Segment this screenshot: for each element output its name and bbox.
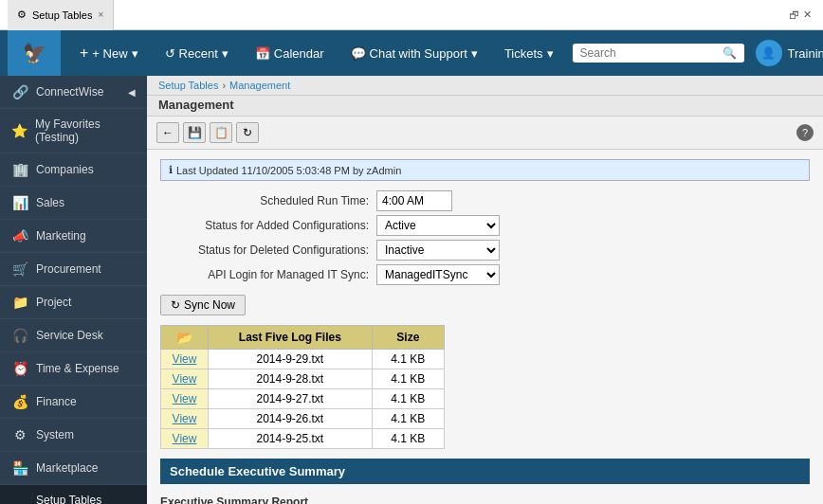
breadcrumb-root[interactable]: Setup Tables [158, 80, 218, 91]
info-banner: ℹ Last Updated 11/10/2005 5:03:48 PM by … [160, 159, 810, 181]
window-restore-icon[interactable]: 🗗 [789, 9, 799, 21]
window-close-icon[interactable]: ✕ [803, 9, 812, 21]
sidebar-item-project[interactable]: 📁 Project [0, 286, 147, 319]
sidebar-item-time-expense[interactable]: ⏰ Time & Expense [0, 352, 147, 386]
training-button[interactable]: 👤 Training ▾ [756, 40, 823, 66]
sidebar-item-system[interactable]: ⚙ System [0, 419, 147, 452]
sidebar-label-marketing: Marketing [36, 229, 86, 243]
status-deleted-label: Status for Deleted Configurations: [160, 243, 369, 257]
time-expense-icon: ⏰ [11, 361, 28, 376]
log-folder-icon: 📂 [161, 326, 209, 350]
status-added-label: Status for Added Configurations: [160, 219, 369, 232]
scheduled-run-time-input[interactable] [376, 190, 452, 211]
sync-icon: ↻ [171, 298, 180, 312]
sidebar-item-setup-tables[interactable]: Setup Tables [0, 485, 147, 504]
log-link-cell[interactable]: View [161, 429, 209, 449]
form-fields: Scheduled Run Time: Status for Added Con… [160, 190, 810, 285]
log-file-cell: 2014-9-25.txt [209, 429, 373, 449]
sidebar-label-marketplace: Marketplace [36, 461, 98, 475]
status-added-select[interactable]: Active Inactive [376, 215, 500, 236]
status-deleted-select[interactable]: Inactive Active [376, 240, 500, 261]
sidebar-label-procurement: Procurement [36, 262, 101, 276]
sidebar-item-procurement[interactable]: 🛒 Procurement [0, 253, 147, 286]
recent-icon: ↺ [165, 46, 175, 61]
chat-support-button[interactable]: 💬 Chat with Support ▾ [343, 43, 485, 64]
calendar-icon: 📅 [255, 46, 270, 61]
api-login-select[interactable]: ManagedITSync [376, 264, 500, 285]
log-file-cell: 2014-9-29.txt [209, 350, 373, 369]
close-tab-button[interactable]: × [98, 9, 103, 20]
logo-icon: 🦅 [23, 42, 46, 64]
companies-icon: 🏢 [11, 162, 28, 177]
info-icon: ℹ [169, 164, 173, 176]
sidebar-item-favorites[interactable]: ⭐ My Favorites (Testing) [0, 109, 147, 153]
sidebar-label-project: Project [36, 296, 71, 309]
log-table-row: View 2014-9-25.txt 4.1 KB [161, 429, 445, 449]
calendar-button[interactable]: 📅 Calendar [247, 43, 332, 64]
sidebar-label-favorites: My Favorites (Testing) [35, 117, 136, 144]
sidebar-label-sales: Sales [36, 196, 64, 209]
sidebar-item-sales[interactable]: 📊 Sales [0, 187, 147, 220]
chat-label: Chat with Support [370, 46, 467, 61]
sidebar-item-companies[interactable]: 🏢 Companies [0, 153, 147, 187]
tickets-button[interactable]: Tickets ▾ [497, 43, 561, 64]
new-label: + New [92, 46, 127, 61]
sidebar-label-connectwise: ConnectWise [36, 85, 103, 99]
main-content: Setup Tables › Management Management ← 💾… [147, 76, 823, 504]
new-button[interactable]: + + New ▾ [72, 41, 146, 65]
toolbar: ← 💾 📋 ↻ ? [147, 117, 823, 150]
schedule-section-header: Schedule Executive Summary [160, 459, 810, 484]
logo: 🦅 [8, 30, 61, 76]
scheduled-run-time-label: Scheduled Run Time: [160, 194, 369, 207]
calendar-label: Calendar [274, 46, 324, 61]
procurement-icon: 🛒 [11, 261, 28, 277]
page-title: Management [147, 96, 823, 117]
log-link-cell[interactable]: View [161, 409, 209, 429]
sidebar-item-finance[interactable]: 💰 Finance [0, 386, 147, 419]
collapse-icon: ◀ [128, 87, 136, 98]
log-link-cell[interactable]: View [161, 369, 209, 389]
recent-button[interactable]: ↺ Recent ▾ [157, 43, 236, 64]
connectwise-icon: 🔗 [11, 84, 28, 99]
back-button[interactable]: ← [156, 122, 179, 143]
schedule-title: Schedule Executive Summary [170, 464, 345, 478]
sync-label: Sync Now [184, 298, 235, 312]
log-size-cell: 4.1 KB [372, 389, 444, 409]
sales-icon: 📊 [11, 195, 28, 210]
sidebar-item-service-desk[interactable]: 🎧 Service Desk [0, 319, 147, 352]
log-table: 📂 Last Five Log Files Size View 2014-9-2… [160, 325, 445, 449]
log-table-row: View 2014-9-26.txt 4.1 KB [161, 409, 445, 429]
log-link-cell[interactable]: View [161, 350, 209, 369]
project-icon: 📁 [11, 295, 28, 310]
log-file-cell: 2014-9-27.txt [209, 389, 373, 409]
tab-label: Setup Tables [32, 9, 92, 21]
log-table-row: View 2014-9-28.txt 4.1 KB [161, 369, 445, 389]
search-input[interactable] [580, 46, 722, 60]
sync-now-button[interactable]: ↻ Sync Now [160, 295, 246, 315]
setup-tables-tab[interactable]: ⚙ Setup Tables × [8, 0, 114, 30]
save-close-button[interactable]: 📋 [210, 122, 232, 143]
log-file-cell: 2014-9-26.txt [209, 409, 373, 429]
new-chevron-icon: ▾ [132, 46, 138, 61]
log-file-cell: 2014-9-28.txt [209, 369, 373, 389]
chat-chevron-icon: ▾ [471, 46, 478, 61]
refresh-button[interactable]: ↻ [236, 122, 259, 143]
sidebar-item-connectwise[interactable]: 🔗 ConnectWise ◀ [0, 76, 147, 109]
sidebar-item-marketplace[interactable]: 🏪 Marketplace [0, 452, 147, 485]
log-size-cell: 4.1 KB [372, 429, 444, 449]
save-button[interactable]: 💾 [183, 122, 206, 143]
scheduled-run-time-row: Scheduled Run Time: [160, 190, 810, 211]
breadcrumb-parent[interactable]: Management [229, 80, 290, 91]
search-icon[interactable]: 🔍 [722, 46, 737, 60]
sidebar-label-finance: Finance [36, 395, 77, 408]
service-desk-icon: 🎧 [11, 328, 28, 343]
log-link-cell[interactable]: View [161, 389, 209, 409]
recent-label: Recent [179, 46, 218, 61]
log-col-files: Last Five Log Files [209, 326, 373, 350]
finance-icon: 💰 [11, 394, 28, 409]
exec-summary: Executive Summary Report Schedule on day… [160, 492, 810, 504]
help-button[interactable]: ? [796, 124, 814, 141]
breadcrumb-separator: › [222, 80, 226, 91]
sidebar-item-marketing[interactable]: 📣 Marketing [0, 220, 147, 253]
log-size-cell: 4.1 KB [372, 350, 444, 369]
